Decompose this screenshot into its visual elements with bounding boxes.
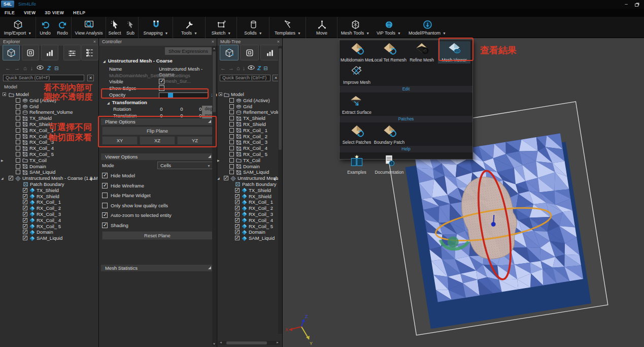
toolbar-model-phantom-button[interactable]: Model/Phantom▼ (405, 17, 450, 38)
plane-yz-button[interactable]: YZ (177, 136, 213, 145)
explorer-tab-model[interactable] (3, 45, 20, 60)
tree-item-sam-liquid[interactable]: SAM_Liquid (217, 235, 281, 241)
tree-item-model[interactable]: Model (217, 91, 281, 98)
show-expressions-button[interactable]: Show Expressions (165, 47, 212, 55)
toolbar-sub-button[interactable]: Sub (123, 17, 138, 38)
tree-checkbox[interactable] (23, 188, 27, 193)
option-checkbox[interactable] (102, 223, 108, 228)
tree-checkbox[interactable] (16, 170, 20, 174)
tree-item-rx-coil-1[interactable]: RX_Coil_ 1 (217, 128, 281, 134)
translation-x[interactable]: 0 (154, 113, 169, 118)
tree-item-sam-liquid[interactable]: SAM_Liquid (217, 169, 281, 175)
tree-checkbox[interactable] (229, 146, 234, 150)
controller-scrollbar[interactable]: ▲▼ (212, 46, 216, 346)
tree-checkbox[interactable] (16, 104, 20, 109)
explorer-tab-simulation[interactable] (22, 45, 39, 60)
back-icon[interactable]: ← (220, 65, 226, 71)
option-checkbox[interactable] (102, 183, 108, 188)
tree-item-grid-active-[interactable]: Grid (Active) (217, 98, 281, 104)
tree-item-rx-coil-3[interactable]: RX_Coil_ 3 (217, 139, 281, 145)
tree-checkbox[interactable] (23, 236, 27, 240)
tree-checkbox[interactable] (235, 236, 240, 240)
tree-checkbox[interactable] (229, 170, 234, 174)
tree-checkbox[interactable] (16, 98, 20, 103)
tree-checkbox[interactable] (235, 230, 240, 234)
menu-item-improve-mesh[interactable]: Improve Mesh (341, 64, 373, 86)
tree-item-rx-coil-2[interactable]: RX_Coil_ 2 (0, 134, 97, 140)
multitree-tab-model[interactable] (220, 45, 239, 60)
explorer-tab-tree[interactable] (81, 45, 98, 60)
tree-checkbox[interactable] (235, 194, 240, 199)
tree-item-unstructured-mesh-coarse-1-9-mcell[interactable]: ◢Unstructured Mesh - Coarse (1.9 MCell (0, 175, 97, 181)
visible-checkbox[interactable] (159, 79, 164, 84)
tree-item-rx-coil-2[interactable]: RX_Coil_ 2 (217, 134, 281, 140)
tree-item-rx-coil-3[interactable]: RX_Coil_ 3 (217, 211, 281, 217)
tree-checkbox[interactable] (23, 212, 27, 216)
menu-item-extract-surface[interactable]: Extract Surface (341, 93, 373, 116)
plane-xz-button[interactable]: XZ (140, 136, 175, 145)
tree-checkbox[interactable] (23, 230, 27, 234)
down-icon[interactable]: ↓ (243, 65, 246, 71)
forward-icon[interactable]: → (228, 65, 234, 71)
tree-checkbox[interactable] (16, 128, 20, 133)
toolbar-tools-button[interactable]: Tools▼ (174, 17, 205, 38)
multitree-tab-simulation[interactable] (240, 45, 259, 60)
tree-checkbox[interactable] (229, 116, 234, 120)
tree-item-rx-coil-1[interactable]: RX_Coil_ 1 (217, 199, 281, 205)
translation-y[interactable]: 0 (174, 113, 189, 118)
toolbar-mesh-tools-button[interactable]: Mesh Tools▼ (338, 17, 372, 38)
expander-box[interactable] (219, 92, 222, 96)
menu-item-boundary-patch[interactable]: Boundary Patch (373, 123, 405, 146)
expander-open-icon[interactable]: ◢ (1, 176, 4, 180)
tree-item-domain[interactable]: Domain (217, 164, 281, 170)
tree-checkbox[interactable] (16, 116, 20, 120)
tree-item-rx-coil-5[interactable]: RX_Coil_ 5 (0, 151, 97, 157)
tree-item-domain[interactable]: Domain (217, 229, 281, 235)
tree-item-rx-coil-5[interactable]: RX_Coil_ 5 (0, 224, 97, 230)
tree-item-rx-coil-2[interactable]: RX_Coil_ 2 (217, 205, 281, 211)
toolbar-view-analysis-button[interactable]: View Analysis (72, 17, 106, 38)
tree-item-rx-coil-4[interactable]: RX_Coil_ 4 (0, 217, 97, 224)
tree-item-model[interactable]: Model (0, 91, 97, 98)
tree-checkbox[interactable] (9, 176, 13, 180)
option-checkbox[interactable] (102, 173, 108, 178)
tree-item-rx-coil-5[interactable]: RX_Coil_ 5 (217, 151, 281, 157)
tree-checkbox[interactable] (16, 110, 20, 114)
option-checkbox[interactable] (102, 212, 108, 218)
flip-plane-button[interactable]: Flip Plane (102, 127, 213, 135)
tree-checkbox[interactable] (23, 206, 27, 210)
tree-item-refinement-volume[interactable]: Refinement_Volume (0, 109, 97, 115)
tree-item-tx-coil[interactable]: ▶TX_Coil (0, 157, 97, 164)
tree-item-tx-shield[interactable]: TX_Shield (217, 187, 281, 194)
tree-item-refinement-volume[interactable]: Refinement_Volume (217, 109, 281, 115)
tree-item-rx-coil-5[interactable]: RX_Coil_ 5 (217, 224, 281, 230)
tree-checkbox[interactable] (23, 194, 27, 199)
transformation-header[interactable]: ◢Transformation (107, 100, 147, 105)
forward-icon[interactable]: → (14, 65, 20, 71)
zoom-z-icon[interactable]: Z (257, 65, 261, 71)
tree-item-rx-shield[interactable]: RX_Shield (217, 194, 281, 200)
tree-item-domain[interactable]: Domain (0, 229, 97, 235)
menu-item-select-patches[interactable]: Select Patches (341, 123, 373, 146)
tree-checkbox[interactable] (235, 218, 240, 223)
explorer-tab-analysis[interactable] (41, 45, 58, 60)
multitree-tab-analysis[interactable] (260, 45, 279, 60)
controller-close-icon[interactable]: × (212, 38, 214, 46)
home-icon[interactable]: ⌂ (236, 65, 240, 71)
tree-item-rx-shield[interactable]: RX_Shield (0, 121, 97, 128)
tree-item-rx-coil-4[interactable]: RX_Coil_ 4 (217, 217, 281, 224)
tree-checkbox[interactable] (235, 224, 240, 229)
mesh-section-header[interactable]: ◢Unstructured Mesh - Coarse (103, 58, 173, 64)
tree-checkbox[interactable] (23, 200, 27, 204)
toolbar-redo-button[interactable]: Redo (54, 17, 71, 38)
tree-checkbox[interactable] (229, 104, 234, 109)
collapse-icon[interactable]: ⊟ (263, 66, 267, 71)
tree-checkbox[interactable] (16, 158, 20, 163)
show-edges-checkbox[interactable] (159, 85, 164, 91)
tree-checkbox[interactable] (23, 224, 27, 229)
toolbar-move-button[interactable]: Move (307, 17, 337, 38)
opacity-slider[interactable] (159, 92, 208, 99)
expander-open-icon[interactable]: ◢ (217, 176, 220, 180)
tree-item-sam-liquid[interactable]: SAM_Liquid (0, 235, 97, 241)
expander-closed-icon[interactable]: ▶ (1, 159, 4, 162)
